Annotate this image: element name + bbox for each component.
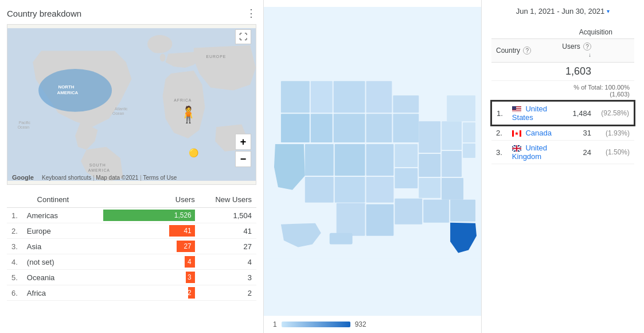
new-users-cell: 3 [200, 270, 256, 285]
users-bar-cell: 3 [73, 270, 200, 285]
continent-cell: (not set) [22, 254, 73, 270]
svg-rect-27 [305, 177, 334, 203]
table-row: 3. Asia 27 27 [7, 239, 256, 254]
us-flag-icon [512, 106, 521, 113]
continent-cell: Asia [22, 239, 73, 254]
pct-col-header [596, 39, 634, 63]
svg-rect-37 [442, 121, 462, 150]
svg-rect-23 [366, 114, 392, 142]
country-cell: United States [508, 101, 557, 125]
svg-rect-65 [512, 148, 521, 149]
users-bar-cell: 4 [73, 254, 200, 270]
svg-rect-35 [419, 154, 440, 177]
table-row: 4. (not set) 4 4 [7, 254, 256, 270]
users-cell-gb: 24 [557, 141, 596, 164]
total-sub-text: % of Total: 100.00% (1,603) [557, 81, 634, 102]
google-logo: Google [12, 174, 34, 181]
right-panel: Jun 1, 2021 - Jun 30, 2021 ▾ Acquisition… [482, 0, 644, 333]
svg-rect-45 [337, 203, 365, 236]
svg-text:EUROPE: EUROPE [206, 55, 226, 59]
svg-rect-44 [366, 204, 394, 236]
continent-cell: Africa [22, 285, 73, 301]
svg-text:Atlantic: Atlantic [115, 107, 128, 111]
legend-min: 1 [273, 320, 277, 328]
users-header: Users [73, 192, 200, 208]
svg-text:AMERICA: AMERICA [88, 168, 110, 172]
svg-rect-30 [366, 144, 394, 176]
more-options-icon[interactable]: ⋮ [246, 7, 256, 20]
continent-cell: Americas [22, 208, 73, 223]
svg-rect-17 [311, 81, 333, 113]
svg-rect-54 [512, 112, 521, 113]
country-link-ca[interactable]: Canada [525, 129, 552, 137]
svg-point-3 [160, 53, 166, 61]
continent-header: Continent [22, 192, 73, 208]
world-map[interactable]: NORTH AMERICA EUROPE AFRICA SOUTH AMERIC… [7, 24, 256, 185]
svg-text:NORTH: NORTH [58, 84, 75, 90]
rank-cell: 3. [491, 141, 508, 164]
svg-rect-33 [395, 168, 417, 188]
country-help-icon[interactable]: ? [523, 47, 531, 55]
legend-max: 932 [355, 320, 366, 328]
zoom-out-button[interactable]: − [235, 151, 251, 167]
country-table: Acquisition Country ? Users ? ↓ 1,603 [491, 25, 635, 164]
users-bar-cell: 41 [73, 223, 200, 239]
zoom-in-button[interactable]: + [235, 134, 251, 150]
svg-text:AFRICA: AFRICA [174, 98, 192, 102]
date-range-selector[interactable]: Jun 1, 2021 - Jun 30, 2021 ▾ [491, 7, 635, 16]
users-cell-ca: 31 [557, 125, 596, 141]
us-map[interactable] [264, 7, 481, 316]
table-row: 2. Europe 41 41 [7, 223, 256, 239]
svg-rect-20 [334, 81, 365, 113]
svg-rect-19 [311, 114, 333, 142]
sort-arrow[interactable]: ↓ [588, 52, 591, 58]
country-col-header: Country ? [491, 39, 557, 63]
middle-panel: 1 932 [264, 0, 482, 333]
svg-rect-16 [281, 81, 310, 113]
svg-rect-34 [419, 121, 440, 153]
rank-cell: 5. [7, 270, 22, 285]
person-icon-small: 🟡 [189, 148, 198, 157]
svg-rect-22 [366, 81, 392, 113]
rank-cell: 1. [7, 208, 22, 223]
map-legend: 1 932 [264, 316, 481, 333]
svg-rect-46 [423, 200, 449, 223]
rank-cell: 2. [491, 125, 508, 141]
fullscreen-button[interactable]: ⛶ [235, 29, 251, 44]
continent-cell: Europe [22, 223, 73, 239]
date-dropdown-arrow: ▾ [607, 8, 610, 14]
svg-rect-26 [305, 144, 334, 176]
users-bar-cell: 2 [73, 285, 200, 301]
legend-gradient-bar [282, 322, 350, 327]
total-sub-row: % of Total: 100.00% (1,603) [491, 81, 634, 102]
svg-rect-36 [419, 178, 440, 198]
gb-flag-icon [512, 145, 521, 152]
left-panel: Country breakdown ⋮ [0, 0, 264, 333]
new-users-cell: 27 [200, 239, 256, 254]
country-cell: Canada [508, 125, 557, 141]
svg-rect-47 [450, 200, 475, 222]
rank-header [7, 192, 22, 208]
svg-rect-31 [366, 177, 394, 203]
continent-cell: Oceania [22, 270, 73, 285]
users-col-header: Users ? ↓ [557, 39, 596, 63]
svg-rect-55 [512, 106, 516, 110]
table-row: 5. Oceania 3 3 [7, 270, 256, 285]
users-bar-cell: 27 [73, 239, 200, 254]
acquisition-row: Acquisition [491, 25, 634, 39]
svg-rect-40 [447, 95, 475, 121]
svg-point-2 [151, 47, 163, 53]
pct-cell-us: (92.58%) [596, 101, 634, 125]
svg-rect-28 [335, 144, 365, 176]
total-row: 1,603 [491, 63, 634, 81]
svg-rect-38 [442, 151, 462, 177]
new-users-header: New Users [200, 192, 256, 208]
users-cell-us: 1,484 [557, 101, 596, 125]
new-users-cell: 41 [200, 223, 256, 239]
continent-table: Continent Users New Users 1. Americas 1,… [7, 192, 256, 301]
svg-rect-49 [330, 233, 353, 245]
svg-rect-25 [393, 114, 419, 142]
users-help-icon[interactable]: ? [583, 42, 591, 51]
table-row: 6. Africa 2 2 [7, 285, 256, 301]
svg-rect-42 [463, 144, 475, 158]
